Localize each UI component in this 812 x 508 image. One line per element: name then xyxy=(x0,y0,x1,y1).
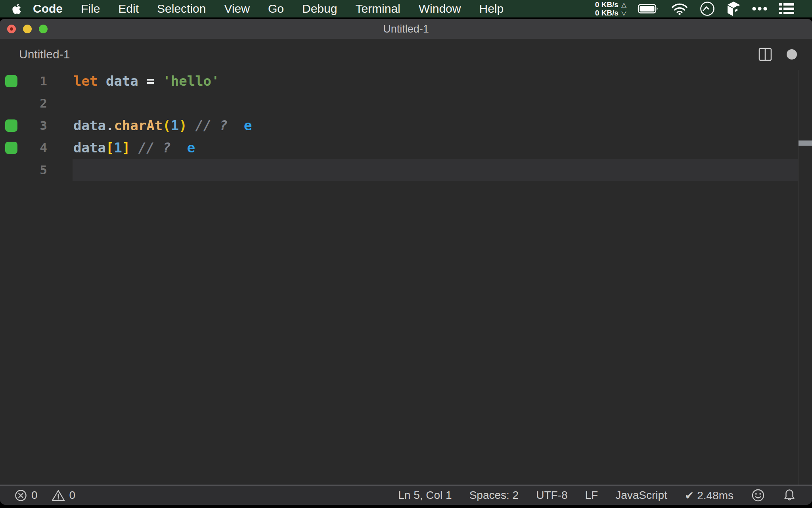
code-text: let data = 'hello' xyxy=(47,73,220,89)
menu-bar-left: CodeFileEditSelectionViewGoDebugTerminal… xyxy=(0,0,513,17)
gutter-marker-cell xyxy=(0,75,30,87)
code-text: data.charAt(1) // ? e xyxy=(47,117,252,133)
quokka-coverage-marker-icon xyxy=(5,119,17,132)
battery-icon[interactable] xyxy=(638,3,660,14)
tab-untitled-1[interactable]: Untitled-1 xyxy=(0,48,70,61)
code-text: data[1] // ? e xyxy=(47,140,195,156)
vscode-window: Untitled-1 Untitled-1 1let data = 'hello… xyxy=(0,19,812,505)
editor-tab-bar: Untitled-1 xyxy=(0,39,812,70)
status-item[interactable]: Spaces: 2 xyxy=(469,489,519,502)
warning-triangle-icon xyxy=(51,489,65,502)
editor-line-5[interactable]: 5 xyxy=(0,159,812,181)
editor-line-4[interactable]: 4data[1] // ? e xyxy=(0,137,812,159)
warning-count: 0 xyxy=(69,489,76,502)
editor-line-2[interactable]: 2 xyxy=(0,92,812,114)
editor-line-3[interactable]: 3data.charAt(1) // ? e xyxy=(0,114,812,137)
menu-item-terminal[interactable]: Terminal xyxy=(346,2,409,15)
gutter-marker-cell xyxy=(0,119,30,132)
menu-items: CodeFileEditSelectionViewGoDebugTerminal… xyxy=(24,2,513,15)
menu-item-code[interactable]: Code xyxy=(24,2,72,15)
upload-speed: 0 KB/s xyxy=(595,0,619,9)
macos-menu-bar: CodeFileEditSelectionViewGoDebugTerminal… xyxy=(0,0,812,17)
menu-item-selection[interactable]: Selection xyxy=(148,2,215,15)
overview-ruler-divider xyxy=(798,70,799,485)
overview-ruler-mark xyxy=(799,140,812,146)
list-icon[interactable] xyxy=(779,3,795,15)
status-item[interactable]: JavaScript xyxy=(615,489,667,502)
window-titlebar[interactable]: Untitled-1 xyxy=(0,19,812,39)
notifications-bell-icon[interactable] xyxy=(783,488,796,502)
menu-item-edit[interactable]: Edit xyxy=(109,2,148,15)
feedback-smiley-icon[interactable] xyxy=(751,488,765,502)
tab-actions xyxy=(758,47,812,62)
wifi-icon[interactable] xyxy=(671,2,688,15)
line-number: 1 xyxy=(30,74,47,88)
line-number: 2 xyxy=(30,96,47,110)
line-number: 5 xyxy=(30,163,47,177)
window-title: Untitled-1 xyxy=(0,19,812,39)
quokka-coverage-marker-icon xyxy=(5,142,17,154)
unsaved-changes-dot[interactable] xyxy=(787,49,797,60)
editor-lines: 1let data = 'hello'23data.charAt(1) // ?… xyxy=(0,70,812,181)
apple-menu-icon[interactable] xyxy=(12,3,21,15)
menu-item-go[interactable]: Go xyxy=(259,2,293,15)
download-speed: 0 KB/s xyxy=(595,9,619,17)
code-editor[interactable]: 1let data = 'hello'23data.charAt(1) // ?… xyxy=(0,70,812,485)
download-triangle-icon: ▽ xyxy=(621,9,626,17)
menu-item-help[interactable]: Help xyxy=(470,2,513,15)
status-item[interactable]: ✔ 2.48ms xyxy=(685,489,733,502)
editor-line-1[interactable]: 1let data = 'hello' xyxy=(0,70,812,92)
menu-item-view[interactable]: View xyxy=(215,2,259,15)
menu-item-window[interactable]: Window xyxy=(410,2,470,15)
status-item[interactable]: LF xyxy=(585,489,598,502)
status-item[interactable]: Ln 5, Col 1 xyxy=(398,489,452,502)
status-bar: 0 0 Ln 5, Col 1Spaces: 2UTF-8LFJavaScrip… xyxy=(0,485,812,505)
gutter-marker-cell xyxy=(0,142,30,154)
network-speed-indicator[interactable]: 0 KB/s 0 KB/s △ ▽ xyxy=(595,0,626,17)
line-number: 3 xyxy=(30,118,47,133)
status-item[interactable]: UTF-8 xyxy=(536,489,567,502)
line-number: 4 xyxy=(30,140,47,155)
menu-item-file[interactable]: File xyxy=(72,2,109,15)
cube-icon[interactable] xyxy=(726,1,741,16)
split-editor-icon[interactable] xyxy=(758,47,772,62)
problems-indicator[interactable]: 0 0 xyxy=(14,489,75,502)
gauge-icon[interactable] xyxy=(699,1,715,17)
menu-bar-status-area: 0 KB/s 0 KB/s △ ▽ xyxy=(595,0,812,17)
error-count: 0 xyxy=(31,489,38,502)
ellipsis-icon[interactable] xyxy=(752,6,768,11)
menu-item-debug[interactable]: Debug xyxy=(293,2,346,15)
upload-triangle-icon: △ xyxy=(621,1,626,9)
quokka-coverage-marker-icon xyxy=(5,75,17,87)
error-circle-icon xyxy=(14,489,27,502)
status-bar-right: Ln 5, Col 1Spaces: 2UTF-8LFJavaScript✔ 2… xyxy=(398,488,796,502)
